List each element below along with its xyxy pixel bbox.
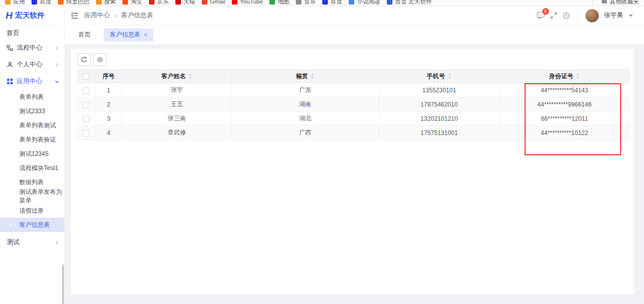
logo-text: 宏天软件 <box>15 11 45 20</box>
sidebar-item-personal-center[interactable]: 个人中心 <box>0 56 65 73</box>
sidebar-item-label: 测试2333 <box>19 107 45 116</box>
sort-icon[interactable] <box>188 73 193 79</box>
refresh-icon <box>81 56 87 63</box>
bookmark-item[interactable]: 应用 <box>5 0 25 6</box>
col-header-select <box>78 70 95 83</box>
cell-select <box>78 112 95 126</box>
sidebar-item-process-module-test1[interactable]: 流程模块Test1 <box>0 161 65 175</box>
user-name[interactable]: 张宇果 <box>604 11 624 20</box>
bookmark-label: 小说阅读 <box>357 0 380 6</box>
cell-name: 章武修 <box>122 126 232 140</box>
app-logo[interactable]: H 宏天软件 <box>0 6 65 25</box>
column-settings-button[interactable] <box>93 53 107 66</box>
bookmark-label: 京东 <box>157 0 169 6</box>
sidebar-item-app-center[interactable]: 应用中心 <box>0 73 65 90</box>
chevron-down-icon <box>55 80 59 84</box>
bookmark-item[interactable]: YouTube <box>232 0 263 5</box>
sidebar-item-label: 客户信息表 <box>19 221 50 229</box>
bookmark-item[interactable]: 京东 <box>149 0 169 6</box>
cell-select <box>78 126 95 140</box>
bookmark-item[interactable]: 阿里巴巴 <box>58 0 89 6</box>
column-label: 手机号 <box>427 72 445 81</box>
cell-id-number: 44**********54143 <box>500 83 630 97</box>
sidebar-item-test-12345[interactable]: 测试12345 <box>0 147 65 161</box>
row-checkbox[interactable] <box>83 102 89 108</box>
sidebar-item-home[interactable]: 首页 <box>0 26 65 40</box>
sort-icon[interactable] <box>310 73 315 79</box>
topbar-actions: 9 张宇果 <box>537 9 633 22</box>
breadcrumb-app-center[interactable]: 应用中心 <box>84 11 110 20</box>
sidebar-item-test-2333[interactable]: 测试2333 <box>0 104 65 118</box>
sidebar-item-test[interactable]: 测试 <box>0 234 65 251</box>
column-label: 身份证号 <box>549 72 573 81</box>
tab-customer-info[interactable]: 客户信息表 × <box>104 28 154 42</box>
favicon <box>58 0 64 5</box>
bookmark-label: 音乐 <box>304 0 316 6</box>
row-checkbox[interactable] <box>83 87 89 94</box>
table-card: 序号 客户姓名 籍贯 手机号 身份证号 1 张宇 广东 <box>71 49 634 294</box>
bookmark-item[interactable]: 淘宝 <box>122 0 142 6</box>
sort-icon[interactable] <box>575 73 580 79</box>
tab-bar: 首页 客户信息表 × <box>65 25 644 44</box>
bookmark-item[interactable]: 小说阅读 <box>349 0 380 6</box>
chevron-right-icon <box>55 241 59 245</box>
sidebar-item-data-list[interactable]: 数据列表 <box>0 175 65 189</box>
sidebar-item-process-center[interactable]: 流程中心 <box>0 40 65 56</box>
column-label: 序号 <box>103 72 115 81</box>
sidebar-item-form-list[interactable]: 表单列表 <box>0 90 65 104</box>
favicon <box>232 0 237 5</box>
tab-home[interactable]: 首页 <box>72 28 97 42</box>
sidebar-item-label: 测试表单发布为菜单 <box>19 188 65 205</box>
bookmark-item[interactable]: 地图 <box>269 0 289 6</box>
sidebar-item-form-list-verify[interactable]: 表单列表验证 <box>0 132 65 147</box>
bookmark-item[interactable]: 天猫 <box>175 0 195 6</box>
avatar[interactable] <box>586 9 599 22</box>
sidebar-item-label: 测试12345 <box>19 150 48 158</box>
caret-down-icon[interactable] <box>629 15 633 19</box>
cell-seq: 4 <box>95 126 122 140</box>
cell-id-number: 44**********10122 <box>500 126 630 140</box>
bookmark-item[interactable]: 百度 <box>322 0 342 6</box>
sidebar-item-label: 流程中心 <box>17 44 51 52</box>
row-checkbox[interactable] <box>83 130 89 137</box>
messages-icon[interactable]: 9 <box>537 12 545 19</box>
sidebar-item-label: 流程模块Test1 <box>19 164 58 173</box>
browser-bookmarks-bar: 应用 百度 阿里巴巴 搜索 淘宝 京东 天猫 Gmail YouTube 地图 … <box>0 0 644 6</box>
bookmark-item[interactable]: 搜索 <box>96 0 116 6</box>
bookmark-item[interactable]: 音乐 <box>296 0 316 6</box>
favicon <box>96 0 102 5</box>
bookmark-label: 淘宝 <box>131 0 142 6</box>
bookmarks-list: 应用 百度 阿里巴巴 搜索 淘宝 京东 天猫 Gmail YouTube 地图 … <box>5 0 432 6</box>
select-all-checkbox[interactable] <box>83 73 89 80</box>
sidebar-scrollbar-thumb[interactable] <box>62 264 64 304</box>
sidebar-item-leave-record[interactable]: 请假过录 <box>0 204 65 218</box>
sidebar-item-test-form-publish-menu[interactable]: 测试表单发布为菜单 <box>0 189 65 204</box>
table-toolbar <box>77 53 627 66</box>
fullscreen-icon[interactable] <box>550 12 557 19</box>
bookmark-label: 地图 <box>278 0 289 6</box>
breadcrumb-customer-info: 客户信息表 <box>121 11 153 20</box>
sidebar-item-customer-info[interactable]: 客户信息表 <box>0 218 65 232</box>
row-checkbox[interactable] <box>83 116 89 122</box>
menu-fold-icon[interactable] <box>71 13 78 19</box>
close-tab-icon[interactable]: × <box>144 31 147 39</box>
cell-select <box>78 97 95 112</box>
bookmark-item[interactable]: 首页 宏天软件 <box>387 0 432 6</box>
bookmark-item[interactable]: 百度 <box>32 0 51 6</box>
favicon <box>349 0 354 5</box>
cell-phone: 1355230101 <box>379 83 500 97</box>
selected-dot-icon <box>10 224 12 226</box>
refresh-button[interactable] <box>77 53 91 66</box>
logo-icon: H <box>6 11 12 20</box>
clock-icon[interactable] <box>563 12 570 19</box>
process-icon <box>7 45 13 51</box>
cell-seq: 1 <box>95 83 122 97</box>
bookmark-label: 百度 <box>330 0 342 6</box>
folder-icon <box>601 0 607 4</box>
bookmark-item[interactable]: Gmail <box>202 0 225 5</box>
person-icon <box>7 61 13 68</box>
other-bookmarks-folder[interactable]: 其他收藏夹 <box>601 0 639 6</box>
sidebar-item-form-list-test[interactable]: 表单列表测试 <box>0 118 65 132</box>
sort-icon[interactable] <box>447 73 452 79</box>
column-label: 客户姓名 <box>162 72 186 81</box>
